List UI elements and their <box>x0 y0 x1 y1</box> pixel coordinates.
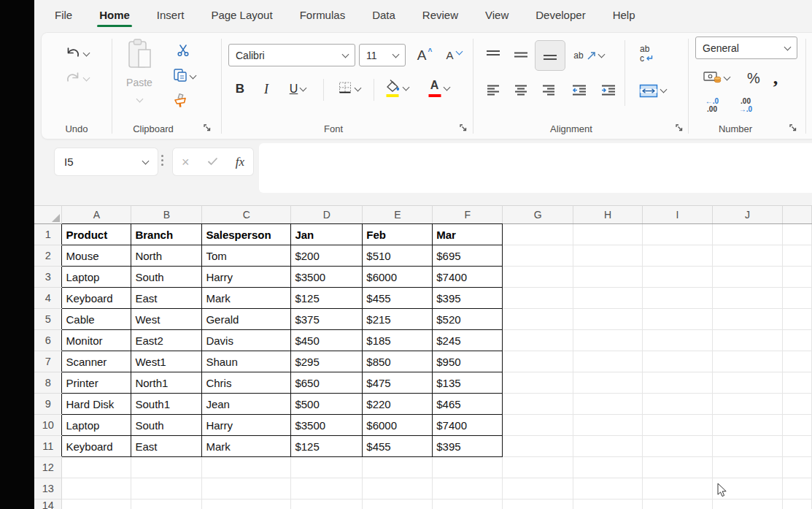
row-header-8[interactable]: 8 <box>34 372 62 394</box>
cell-E7[interactable]: $850 <box>363 351 433 372</box>
cell-I12[interactable] <box>643 457 713 478</box>
alignment-dialog-launcher-icon[interactable] <box>673 122 685 134</box>
orientation-chevron[interactable] <box>598 51 605 58</box>
cell-I6[interactable] <box>643 330 713 351</box>
undo-button[interactable] <box>60 44 93 64</box>
cell-G6[interactable] <box>503 330 573 351</box>
accounting-format-button[interactable] <box>697 67 735 89</box>
number-dialog-launcher-icon[interactable] <box>787 122 799 134</box>
cell-G12[interactable] <box>503 457 573 478</box>
menu-tab-help[interactable]: Help <box>613 9 635 21</box>
cell-E14[interactable] <box>363 500 433 509</box>
cell-E12[interactable] <box>363 457 433 478</box>
redo-button[interactable] <box>60 69 93 89</box>
menu-tab-home[interactable]: Home <box>99 9 130 21</box>
cell-K11[interactable] <box>782 436 811 457</box>
cell-E6[interactable]: $185 <box>363 330 433 351</box>
cell-D11[interactable]: $125 <box>291 436 363 457</box>
cell-B3[interactable]: South <box>131 267 202 288</box>
cell-D9[interactable]: $500 <box>291 394 363 415</box>
align-center-button[interactable] <box>511 80 531 99</box>
cell-J7[interactable] <box>713 351 783 372</box>
row-header-6[interactable]: 6 <box>34 330 62 351</box>
cell-F10[interactable]: $7400 <box>433 415 503 436</box>
cell-F2[interactable]: $695 <box>433 245 503 267</box>
menu-tab-page-layout[interactable]: Page Layout <box>211 9 272 21</box>
cell-G13[interactable] <box>503 478 573 500</box>
cell-F1[interactable]: Mar <box>433 224 503 245</box>
cell-B4[interactable]: East <box>131 288 202 309</box>
cell-C2[interactable]: Tom <box>202 245 291 267</box>
cell-A3[interactable]: Laptop <box>62 267 131 288</box>
copy-button[interactable] <box>166 67 201 86</box>
cell-J3[interactable] <box>713 267 783 288</box>
bold-button[interactable]: B <box>229 77 251 101</box>
insert-function-button[interactable]: fx <box>236 155 244 169</box>
cell-G2[interactable] <box>503 245 573 267</box>
cell-E11[interactable]: $455 <box>363 436 433 457</box>
cell-H2[interactable] <box>573 245 643 267</box>
cell-G11[interactable] <box>503 436 573 457</box>
cell-A6[interactable]: Monitor <box>62 330 131 351</box>
cell-I1[interactable] <box>643 224 713 245</box>
font-name-chevron[interactable] <box>342 50 349 58</box>
cell-J6[interactable] <box>713 330 783 351</box>
cell-J2[interactable] <box>713 245 783 267</box>
row-header-1[interactable]: 1 <box>34 224 62 245</box>
cell-B9[interactable]: South1 <box>131 394 202 415</box>
font-name-combobox[interactable]: Calibri <box>228 44 355 66</box>
cell-I7[interactable] <box>643 351 713 372</box>
clipboard-dialog-launcher-icon[interactable] <box>201 122 213 134</box>
cell-D1[interactable]: Jan <box>291 224 363 245</box>
cell-B1[interactable]: Branch <box>131 224 202 245</box>
cell-E3[interactable]: $6000 <box>363 267 433 288</box>
cell-I5[interactable] <box>643 309 713 330</box>
cell-I11[interactable] <box>643 436 713 457</box>
cell-I3[interactable] <box>643 267 713 288</box>
font-color-button[interactable]: A <box>420 76 457 101</box>
cell-I14[interactable] <box>643 500 713 509</box>
underline-dropdown-chevron[interactable] <box>300 85 307 92</box>
align-top-button[interactable] <box>483 45 503 64</box>
cell-K13[interactable] <box>782 478 811 500</box>
cell-B5[interactable]: West <box>131 309 202 330</box>
row-header-10[interactable]: 10 <box>34 415 62 436</box>
column-header-partial[interactable] <box>782 206 811 224</box>
cell-I13[interactable] <box>643 478 713 500</box>
column-header-E[interactable]: E <box>363 206 433 224</box>
cell-J10[interactable] <box>713 415 783 436</box>
cell-C13[interactable] <box>202 478 291 500</box>
comma-style-button[interactable]: , <box>766 67 785 89</box>
cell-I8[interactable] <box>643 372 713 394</box>
cell-G8[interactable] <box>503 372 573 394</box>
cell-J1[interactable] <box>713 224 783 245</box>
cell-H5[interactable] <box>573 309 643 330</box>
cell-D2[interactable]: $200 <box>291 245 363 267</box>
cell-C14[interactable] <box>202 500 291 509</box>
cell-J8[interactable] <box>713 372 783 394</box>
cell-C5[interactable]: Gerald <box>202 309 291 330</box>
font-size-chevron[interactable] <box>393 50 400 58</box>
fill-color-chevron[interactable] <box>402 84 409 91</box>
cell-J4[interactable] <box>713 288 783 309</box>
cell-C12[interactable] <box>202 457 291 478</box>
cell-C8[interactable]: Chris <box>202 372 291 394</box>
cell-J14[interactable] <box>713 500 783 509</box>
cell-C3[interactable]: Harry <box>202 267 291 288</box>
cell-F3[interactable]: $7400 <box>433 267 503 288</box>
increase-font-size-button[interactable]: A^ <box>411 44 438 66</box>
cell-H9[interactable] <box>573 394 643 415</box>
cell-K10[interactable] <box>782 415 811 436</box>
undo-dropdown-chevron[interactable] <box>82 50 90 57</box>
cell-K6[interactable] <box>782 330 811 351</box>
cell-G10[interactable] <box>503 415 573 436</box>
decrease-indent-button[interactable] <box>568 80 590 99</box>
cell-H3[interactable] <box>573 267 643 288</box>
cell-H11[interactable] <box>573 436 643 457</box>
cell-I4[interactable] <box>643 288 713 309</box>
cell-F6[interactable]: $245 <box>433 330 503 351</box>
column-header-J[interactable]: J <box>713 206 783 224</box>
cancel-icon[interactable]: × <box>182 156 190 169</box>
borders-dropdown-chevron[interactable] <box>354 85 361 92</box>
name-box-resizer-dots[interactable] <box>161 155 163 166</box>
